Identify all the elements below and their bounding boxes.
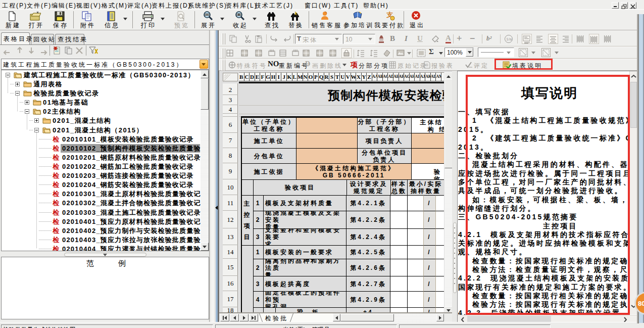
svg-text:1/a: 1/a — [506, 37, 512, 41]
